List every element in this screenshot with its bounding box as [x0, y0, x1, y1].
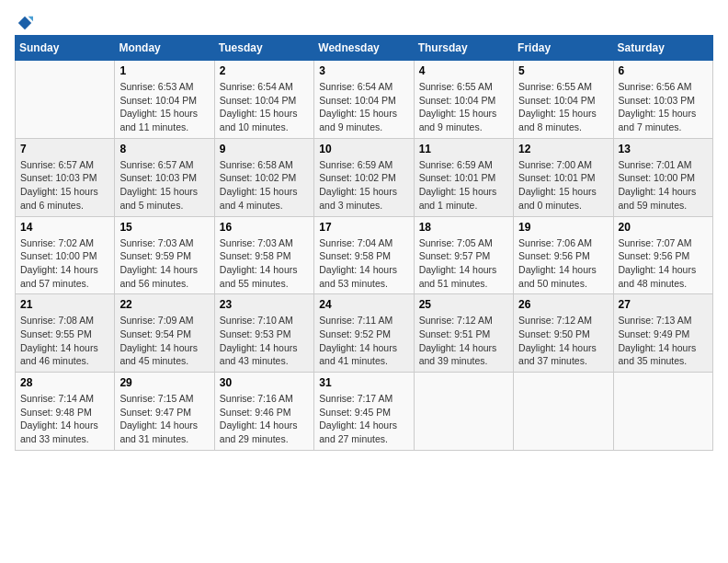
day-cell: 15Sunrise: 7:03 AMSunset: 9:59 PMDayligh…	[115, 216, 214, 294]
day-number: 27	[619, 298, 708, 311]
header-cell-tuesday: Tuesday	[214, 36, 313, 61]
day-number: 15	[119, 221, 209, 234]
week-row-4: 21Sunrise: 7:08 AMSunset: 9:55 PMDayligh…	[16, 294, 713, 373]
header-cell-friday: Friday	[514, 36, 613, 61]
day-cell: 19Sunrise: 7:06 AMSunset: 9:56 PMDayligh…	[514, 216, 613, 294]
header	[15, 15, 713, 31]
day-cell: 14Sunrise: 7:02 AMSunset: 10:00 PMDaylig…	[16, 216, 115, 294]
logo-icon	[17, 15, 33, 31]
day-info: Sunrise: 7:02 AMSunset: 10:00 PMDaylight…	[20, 236, 109, 291]
day-number: 23	[220, 298, 309, 311]
day-number: 4	[419, 64, 508, 77]
day-number: 14	[20, 221, 109, 234]
day-cell: 12Sunrise: 7:00 AMSunset: 10:01 PMDaylig…	[514, 138, 613, 216]
day-number: 7	[20, 143, 109, 155]
day-info: Sunrise: 6:58 AMSunset: 10:02 PMDaylight…	[220, 158, 309, 213]
day-cell: 13Sunrise: 7:01 AMSunset: 10:00 PMDaylig…	[613, 138, 712, 216]
day-info: Sunrise: 6:57 AMSunset: 10:03 PMDaylight…	[20, 158, 109, 213]
day-number: 6	[619, 64, 708, 77]
header-cell-thursday: Thursday	[414, 36, 513, 61]
header-cell-saturday: Saturday	[613, 36, 712, 61]
day-info: Sunrise: 7:12 AMSunset: 9:51 PMDaylight:…	[419, 314, 508, 368]
day-info: Sunrise: 7:01 AMSunset: 10:00 PMDaylight…	[619, 158, 708, 213]
day-number: 18	[419, 221, 508, 234]
day-cell: 20Sunrise: 7:07 AMSunset: 9:56 PMDayligh…	[613, 216, 712, 294]
day-info: Sunrise: 6:59 AMSunset: 10:02 PMDaylight…	[319, 158, 408, 213]
day-number: 26	[518, 298, 608, 311]
day-number: 8	[119, 143, 209, 155]
day-info: Sunrise: 7:04 AMSunset: 9:58 PMDaylight:…	[319, 236, 408, 291]
day-info: Sunrise: 7:03 AMSunset: 9:59 PMDaylight:…	[119, 236, 209, 291]
day-info: Sunrise: 7:07 AMSunset: 9:56 PMDaylight:…	[619, 236, 708, 291]
day-cell: 7Sunrise: 6:57 AMSunset: 10:03 PMDayligh…	[16, 138, 115, 216]
day-cell	[414, 373, 513, 451]
day-cell: 18Sunrise: 7:05 AMSunset: 9:57 PMDayligh…	[414, 216, 513, 294]
day-cell: 2Sunrise: 6:54 AMSunset: 10:04 PMDayligh…	[214, 61, 313, 139]
day-number: 2	[220, 64, 309, 77]
day-cell: 6Sunrise: 6:56 AMSunset: 10:03 PMDayligh…	[613, 61, 712, 139]
day-cell: 22Sunrise: 7:09 AMSunset: 9:54 PMDayligh…	[115, 294, 214, 373]
day-number: 30	[220, 376, 309, 389]
day-cell: 24Sunrise: 7:11 AMSunset: 9:52 PMDayligh…	[314, 294, 414, 373]
day-info: Sunrise: 6:56 AMSunset: 10:03 PMDaylight…	[619, 80, 708, 134]
day-number: 28	[20, 376, 109, 389]
day-number: 17	[319, 221, 408, 234]
week-row-5: 28Sunrise: 7:14 AMSunset: 9:48 PMDayligh…	[16, 373, 713, 451]
day-cell: 9Sunrise: 6:58 AMSunset: 10:02 PMDayligh…	[214, 138, 313, 216]
day-cell	[16, 61, 115, 139]
svg-marker-0	[18, 17, 31, 29]
day-number: 5	[518, 64, 608, 77]
day-number: 1	[119, 64, 209, 77]
day-cell: 26Sunrise: 7:12 AMSunset: 9:50 PMDayligh…	[514, 294, 613, 373]
day-number: 12	[518, 143, 608, 155]
day-info: Sunrise: 7:06 AMSunset: 9:56 PMDaylight:…	[518, 236, 608, 291]
day-number: 20	[619, 221, 708, 234]
day-info: Sunrise: 6:53 AMSunset: 10:04 PMDaylight…	[119, 80, 209, 134]
calendar-table: SundayMondayTuesdayWednesdayThursdayFrid…	[15, 35, 713, 451]
day-info: Sunrise: 6:57 AMSunset: 10:03 PMDaylight…	[119, 158, 209, 213]
day-number: 25	[419, 298, 508, 311]
header-row: SundayMondayTuesdayWednesdayThursdayFrid…	[16, 36, 713, 61]
day-cell: 16Sunrise: 7:03 AMSunset: 9:58 PMDayligh…	[214, 216, 313, 294]
day-number: 31	[319, 376, 408, 389]
day-info: Sunrise: 7:08 AMSunset: 9:55 PMDaylight:…	[20, 314, 109, 368]
day-cell: 31Sunrise: 7:17 AMSunset: 9:45 PMDayligh…	[314, 373, 414, 451]
day-cell: 27Sunrise: 7:13 AMSunset: 9:49 PMDayligh…	[613, 294, 712, 373]
day-info: Sunrise: 7:12 AMSunset: 9:50 PMDaylight:…	[518, 314, 608, 368]
day-cell: 25Sunrise: 7:12 AMSunset: 9:51 PMDayligh…	[414, 294, 513, 373]
day-cell: 30Sunrise: 7:16 AMSunset: 9:46 PMDayligh…	[214, 373, 313, 451]
day-number: 24	[319, 298, 408, 311]
day-info: Sunrise: 7:15 AMSunset: 9:47 PMDaylight:…	[119, 392, 209, 446]
logo	[15, 15, 33, 31]
header-cell-monday: Monday	[115, 36, 214, 61]
day-info: Sunrise: 7:11 AMSunset: 9:52 PMDaylight:…	[319, 314, 408, 368]
day-cell: 29Sunrise: 7:15 AMSunset: 9:47 PMDayligh…	[115, 373, 214, 451]
day-info: Sunrise: 7:13 AMSunset: 9:49 PMDaylight:…	[619, 314, 708, 368]
day-number: 29	[119, 376, 209, 389]
day-info: Sunrise: 6:54 AMSunset: 10:04 PMDaylight…	[319, 80, 408, 134]
day-number: 16	[220, 221, 309, 234]
day-info: Sunrise: 7:00 AMSunset: 10:01 PMDaylight…	[518, 158, 608, 213]
day-cell: 5Sunrise: 6:55 AMSunset: 10:04 PMDayligh…	[514, 61, 613, 139]
day-cell	[514, 373, 613, 451]
day-info: Sunrise: 7:09 AMSunset: 9:54 PMDaylight:…	[119, 314, 209, 368]
day-info: Sunrise: 6:59 AMSunset: 10:01 PMDaylight…	[419, 158, 508, 213]
day-cell: 21Sunrise: 7:08 AMSunset: 9:55 PMDayligh…	[16, 294, 115, 373]
day-cell: 28Sunrise: 7:14 AMSunset: 9:48 PMDayligh…	[16, 373, 115, 451]
week-row-1: 1Sunrise: 6:53 AMSunset: 10:04 PMDayligh…	[16, 61, 713, 139]
day-number: 13	[619, 143, 708, 155]
day-number: 21	[20, 298, 109, 311]
header-cell-wednesday: Wednesday	[314, 36, 414, 61]
day-cell: 4Sunrise: 6:55 AMSunset: 10:04 PMDayligh…	[414, 61, 513, 139]
day-info: Sunrise: 7:10 AMSunset: 9:53 PMDaylight:…	[220, 314, 309, 368]
day-info: Sunrise: 6:55 AMSunset: 10:04 PMDaylight…	[419, 80, 508, 134]
day-number: 10	[319, 143, 408, 155]
day-info: Sunrise: 7:05 AMSunset: 9:57 PMDaylight:…	[419, 236, 508, 291]
day-cell	[613, 373, 712, 451]
week-row-2: 7Sunrise: 6:57 AMSunset: 10:03 PMDayligh…	[16, 138, 713, 216]
week-row-3: 14Sunrise: 7:02 AMSunset: 10:00 PMDaylig…	[16, 216, 713, 294]
day-number: 19	[518, 221, 608, 234]
day-number: 11	[419, 143, 508, 155]
day-info: Sunrise: 7:17 AMSunset: 9:45 PMDaylight:…	[319, 392, 408, 446]
day-info: Sunrise: 7:14 AMSunset: 9:48 PMDaylight:…	[20, 392, 109, 446]
